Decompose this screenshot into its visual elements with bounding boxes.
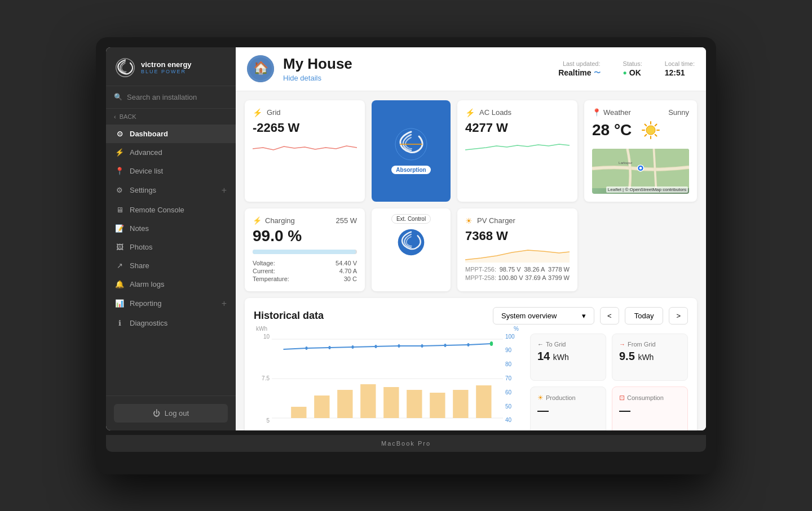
dashboard-content: ⚡ Grid -2265 W [236, 91, 706, 430]
sidebar-item-remote-console[interactable]: 🖥 Remote Console [106, 201, 236, 219]
header-meta: Last updated: Realtime 〜 Status: ● OK [558, 60, 695, 78]
y-axis-label: kWh [256, 326, 267, 332]
next-period-button[interactable]: > [669, 307, 688, 325]
sidebar-logo: victron energy BLUE POWER [106, 47, 236, 86]
sidebar-item-dashboard[interactable]: ⊙ Dashboard [106, 125, 236, 143]
house-info: My House Hide details [283, 55, 549, 83]
historical-section: Historical data System overview ▾ < Toda… [245, 298, 697, 430]
photos-icon: 🖼 [115, 243, 124, 251]
current-value: 4.70 A [339, 268, 357, 274]
mppt1-row: MPPT-256: 98.75 V 38.26 A 3778 W [465, 266, 570, 273]
sidebar-item-notes[interactable]: 📝 Notes [106, 219, 236, 238]
search-placeholder: Search an installation [127, 93, 197, 101]
y2-40: 40 [505, 417, 521, 423]
svg-point-39 [421, 344, 423, 348]
to-grid-value: 14 kWh [537, 350, 599, 363]
map-display: Larkspur Leaflet | © OpenStreetMap contr… [592, 149, 689, 194]
prev-period-button[interactable]: < [600, 307, 619, 325]
sun-icon [641, 120, 661, 144]
logout-button[interactable]: ⏻ Log out [114, 404, 228, 423]
top-flow-row: ⚡ Grid -2265 W [245, 100, 697, 202]
production-label: ☀ Production [537, 394, 599, 402]
charging-header: ⚡ Charging 255 W [253, 216, 357, 225]
back-arrow-icon: ‹ [114, 113, 116, 120]
sidebar-item-label: Device list [130, 167, 163, 175]
grid-panel-header: ⚡ Grid [253, 108, 357, 117]
mppt2-row: MPPT-258: 100.80 V 37.69 A 3799 W [465, 274, 570, 281]
svg-rect-31 [430, 393, 445, 418]
chart-area: 10 7.5 5 kWh [254, 334, 521, 430]
back-button[interactable]: ‹ BACK [106, 109, 236, 122]
local-time-group: Local time: 12:51 [665, 60, 695, 77]
svg-point-41 [467, 343, 469, 346]
local-time-value: 12:51 [665, 68, 695, 77]
sidebar-item-share[interactable]: ↗ Share [106, 256, 236, 275]
y2-60: 60 [505, 389, 521, 396]
victron-logo-icon [115, 57, 135, 78]
logo-sub: BLUE POWER [141, 69, 192, 74]
mppt2-label: MPPT-258: [465, 274, 496, 281]
sidebar-search[interactable]: 🔍 Search an installation [106, 86, 236, 109]
svg-point-19 [639, 167, 642, 170]
to-grid-arrow-icon: ← [537, 341, 544, 348]
last-updated-group: Last updated: Realtime 〜 [558, 60, 600, 78]
pv-charger-header: ☀ PV Charger [465, 216, 570, 225]
realtime-wave-icon: 〜 [594, 68, 601, 78]
sidebar-item-alarm-logs[interactable]: 🔔 Alarm logs [106, 275, 236, 294]
y2-70: 70 [505, 375, 521, 381]
stats-panel: ← To Grid 14 kWh [530, 334, 688, 430]
pv-mini-chart [465, 246, 570, 263]
grid-panel: ⚡ Grid -2265 W [245, 100, 365, 202]
sidebar-item-label: Photos [130, 243, 152, 251]
nav-items: ⊙ Dashboard ⚡ Advanced 📍 Device list ⚙ S… [106, 122, 236, 396]
mppt-details: MPPT-256: 98.75 V 38.26 A 3778 W MPPT-25… [465, 266, 570, 281]
converter-card: Absorption [372, 100, 451, 202]
y2-100: 100 [505, 334, 521, 340]
svg-point-42 [490, 341, 493, 346]
status-label: Status: [623, 60, 642, 67]
svg-rect-28 [360, 384, 376, 418]
weather-temperature: 28 °C [592, 121, 632, 139]
mppt2-a: 37.69 A [525, 274, 546, 281]
pv-charger-icon: ☀ [465, 216, 473, 225]
sidebar-item-settings[interactable]: ⚙ Settings + [106, 180, 236, 201]
svg-rect-30 [407, 390, 422, 418]
svg-line-15 [645, 134, 647, 136]
system-overview-dropdown[interactable]: System overview ▾ [493, 307, 594, 325]
sidebar-item-device-list[interactable]: 📍 Device list [106, 162, 236, 180]
mppt1-v: 98.75 V [500, 266, 521, 273]
y-axis-left: 10 7.5 5 [254, 334, 270, 424]
svg-point-35 [328, 346, 330, 349]
sidebar-item-label: Dashboard [130, 130, 168, 138]
y2-90: 90 [505, 347, 521, 353]
to-grid-label: ← To Grid [537, 341, 599, 348]
charging-percent: 99.0 % [253, 227, 357, 245]
mppt2-w: 3799 W [548, 274, 570, 281]
consumption-icon: ⊡ [619, 394, 625, 402]
sidebar-item-photos[interactable]: 🖼 Photos [106, 238, 236, 256]
voltage-row: Voltage: 54.40 V [253, 260, 357, 266]
location-pin-icon: 📍 [592, 108, 601, 117]
ac-loads-panel: ⚡ AC Loads 4277 W [457, 100, 577, 202]
settings-icon: ⚙ [115, 186, 124, 194]
local-time-label: Local time: [665, 60, 695, 67]
temperature-value: 30 C [344, 276, 357, 282]
chart-wrapper: 10 7.5 5 kWh [254, 334, 521, 430]
sidebar-item-advanced[interactable]: ⚡ Advanced [106, 143, 236, 162]
settings-plus-icon: + [222, 185, 227, 195]
sidebar-item-reporting[interactable]: 📊 Reporting + [106, 294, 236, 314]
historical-header: Historical data System overview ▾ < Toda… [254, 307, 688, 325]
svg-rect-25 [291, 407, 306, 418]
ac-loads-mini-chart [465, 137, 570, 154]
diagnostics-icon: ℹ [115, 319, 124, 327]
pv-charger-value: 7368 W [465, 229, 570, 243]
y2-axis-label: % [514, 326, 519, 332]
sidebar-item-label: Share [130, 261, 149, 270]
hide-details-link[interactable]: Hide details [283, 74, 321, 82]
reporting-plus-icon: + [222, 299, 227, 309]
y-axis-right: 100 90 80 70 60 50 40 [505, 334, 521, 424]
today-button[interactable]: Today [625, 307, 664, 325]
main-content: 🏠 My House Hide details Last updated: Re… [236, 47, 706, 430]
sidebar-item-diagnostics[interactable]: ℹ Diagnostics [106, 314, 236, 332]
weather-condition: Sunny [668, 108, 689, 117]
